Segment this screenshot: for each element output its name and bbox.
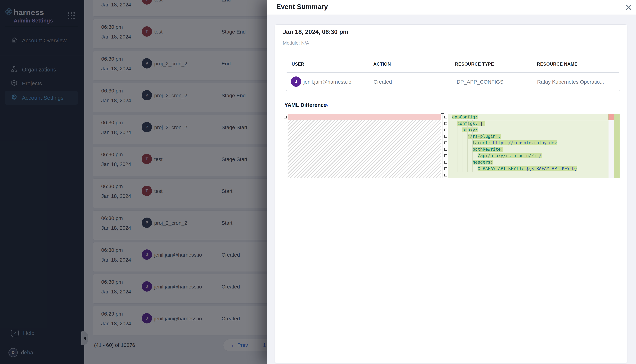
added-text-chip: X-RAFAY-API-KEYID: ${X-RAFAY-API-KEYID} [478,166,577,171]
code-line[interactable]: headers: [448,159,608,166]
indent-guide [467,120,468,172]
added-text-chip: pathRewrite: [473,147,503,152]
event-card: Jan 18, 2024, 06:30 pm Module: N/A USER … [275,24,627,363]
diff-right-pane[interactable]: appConfig: configs: |- proxy: '/rs-plugi… [448,114,608,178]
added-text-chip: proxy: [462,128,478,132]
column-header-user: USER [292,62,304,67]
code-indent [448,153,478,158]
yaml-difference-label: YAML Difference [284,102,327,108]
code-indent [448,160,473,164]
close-button[interactable] [624,3,633,12]
fold-marker[interactable] [284,116,287,118]
user-email: jenil.jain@harness.io [304,79,351,85]
code-indent [448,166,478,171]
fold-marker[interactable] [444,148,447,151]
code-line[interactable]: X-RAFAY-API-KEYID: ${X-RAFAY-API-KEYID} [448,166,608,172]
event-datetime: Jan 18, 2024, 06:30 pm [283,28,348,35]
code-line[interactable]: pathRewrite: [448,146,608,152]
resource-type-cell: IDP_APP_CONFIGS [455,79,503,85]
code-line[interactable]: /api/proxy/rs-plugin/?: / [448,152,608,159]
diff-divider [443,114,443,178]
fold-marker[interactable] [444,167,447,170]
code-indent [448,172,452,178]
yaml-diff-viewer: appConfig: configs: |- proxy: '/rs-plugi… [275,114,627,178]
screen: harness Admin Settings Account OverviewO… [0,0,636,364]
indent-guide [457,120,458,172]
code-indent [448,121,457,126]
code-indent [448,140,473,145]
added-text-chip: appConfig: [452,114,478,119]
fold-marker[interactable] [444,154,447,157]
added-text-chip: /api/proxy/rs-plugin/?: / [478,153,541,158]
indent-guide [462,120,463,172]
action-cell: Created [373,79,392,85]
resource-name-cell: Rafay Kubernetes Operatio... [537,79,604,85]
avatar: J [291,76,301,87]
fold-marker[interactable] [444,161,447,164]
chevron-up-icon[interactable] [323,103,329,108]
event-module: Module: N/A [283,40,309,46]
column-header-resource-type: RESOURCE TYPE [455,62,494,67]
modal-header: Event Summary [267,0,636,15]
diff-sash-handle[interactable] [441,113,444,114]
fold-marker[interactable] [444,128,447,131]
column-header-resource-name: RESOURCE NAME [537,62,577,67]
code-indent [448,147,473,152]
fold-marker[interactable] [444,174,447,176]
fold-marker[interactable] [444,122,447,125]
code-line[interactable]: proxy: [448,127,608,133]
added-text-chip: target: https://console.rafay.dev [473,140,557,145]
removed-line [288,114,441,120]
code-line[interactable] [448,172,608,178]
fold-marker[interactable] [444,116,447,118]
fold-marker[interactable] [444,142,447,144]
code-indent [448,128,462,132]
added-text-chip: configs: |- [457,121,485,126]
empty-region-hatch [288,120,441,178]
removed-marker [608,114,614,120]
page-title: Event Summary [276,3,328,11]
event-summary-modal: Event Summary Jan 18, 2024, 06:30 pm Mod… [267,0,636,364]
code-indent [448,134,467,139]
added-text-chip: headers: [473,160,493,164]
code-line[interactable]: configs: |- [448,120,608,127]
indent-guide [472,120,473,172]
close-icon [624,3,633,12]
code-line[interactable]: appConfig: [448,114,608,120]
code-line[interactable]: target: https://console.rafay.dev [448,140,608,146]
code-indent [448,114,452,119]
fold-marker[interactable] [444,135,447,138]
event-row: J jenil.jain@harness.io Created IDP_APP_… [286,72,620,91]
diff-scroll-track[interactable] [608,114,614,178]
code-line[interactable]: '/rs-plugin': [448,133,608,140]
column-header-action: ACTION [373,62,391,67]
added-lines-ruler [614,114,619,178]
